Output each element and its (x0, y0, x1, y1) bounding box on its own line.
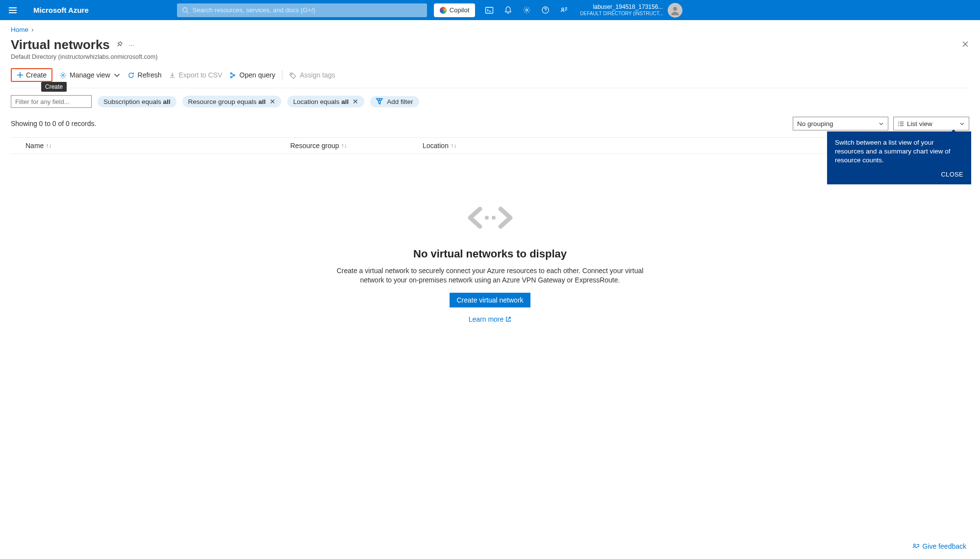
view-value: List view (907, 120, 932, 127)
copilot-label: Copilot (450, 6, 469, 14)
chevron-down-icon (959, 121, 965, 127)
filter-pill-subscription[interactable]: Subscription equals all (98, 96, 176, 107)
filter-input[interactable] (11, 95, 92, 108)
open-query-button[interactable]: Open query (229, 71, 275, 79)
user-account[interactable]: labuser_194518_173156... DEFAULT DIRECTO… (580, 3, 682, 18)
empty-description: Create a virtual network to securely con… (328, 266, 652, 285)
add-filter-button[interactable]: Add filter (370, 96, 419, 107)
search-input[interactable]: Search resources, services, and docs (G+… (177, 3, 427, 17)
create-vnet-button[interactable]: Create virtual network (450, 293, 530, 307)
assign-tags-button[interactable]: Assign tags (289, 71, 335, 79)
notifications-icon[interactable] (503, 6, 512, 15)
create-label: Create (26, 71, 47, 79)
open-query-label: Open query (239, 71, 275, 79)
table-header: Name↑↓ Resource group↑↓ Location↑↓ (11, 137, 969, 154)
separator (282, 71, 282, 79)
empty-state-icon (466, 203, 514, 232)
external-link-icon (505, 316, 511, 322)
chevron-right-icon: › (31, 26, 34, 33)
brand-label[interactable]: Microsoft Azure (33, 6, 89, 14)
assign-tags-label: Assign tags (300, 71, 335, 79)
grouping-value: No grouping (797, 120, 833, 127)
svg-point-23 (492, 216, 496, 220)
svg-point-12 (230, 73, 232, 74)
filter-pill-location[interactable]: Location equals all ✕ (287, 96, 364, 107)
callout-close-button[interactable]: CLOSE (835, 170, 963, 179)
filter-pill-resource-group[interactable]: Resource group equals all ✕ (182, 96, 281, 107)
user-directory-label: DEFAULT DIRECTORY (INSTRUCT... (580, 11, 663, 17)
empty-title: No virtual networks to display (11, 248, 969, 260)
create-button[interactable]: Create (11, 68, 52, 82)
column-location[interactable]: Location↑↓ (423, 142, 521, 150)
topbar-icon-group (485, 6, 568, 15)
page-title: Virtual networks (11, 37, 110, 52)
svg-point-14 (230, 76, 232, 77)
page-subtitle: Default Directory (instructorwhizlabs.on… (11, 53, 969, 60)
remove-filter-icon[interactable]: ✕ (352, 98, 358, 105)
sort-icon: ↑↓ (451, 142, 456, 149)
learn-more-link[interactable]: Learn more (469, 315, 512, 323)
svg-point-3 (526, 9, 528, 11)
user-name-label: labuser_194518_173156... (580, 4, 663, 11)
manage-view-label: Manage view (70, 71, 110, 79)
svg-rect-2 (486, 7, 493, 13)
close-icon[interactable] (961, 40, 969, 50)
column-name[interactable]: Name↑↓ (25, 142, 290, 150)
search-icon (182, 7, 189, 14)
avatar (668, 3, 682, 18)
export-csv-label: Export to CSV (179, 71, 223, 79)
svg-line-1 (186, 11, 188, 13)
chevron-down-icon (113, 72, 121, 79)
more-icon[interactable]: ··· (129, 41, 134, 49)
empty-state: No virtual networks to display Create a … (11, 203, 969, 323)
copilot-icon (440, 7, 447, 14)
breadcrumb-home[interactable]: Home (11, 26, 28, 33)
add-filter-label: Add filter (387, 98, 413, 105)
refresh-label: Refresh (138, 71, 162, 79)
list-view-icon (898, 121, 904, 127)
search-placeholder: Search resources, services, and docs (G+… (193, 6, 315, 14)
breadcrumb: Home › (11, 26, 969, 33)
svg-point-6 (673, 7, 677, 11)
feedback-icon[interactable] (559, 6, 568, 15)
create-tooltip: Create (41, 82, 67, 92)
command-bar: Create Create Manage view Refresh Export… (11, 68, 969, 88)
cloud-shell-icon[interactable] (485, 6, 494, 15)
export-csv-button[interactable]: Export to CSV (169, 71, 223, 79)
view-callout: Switch between a list view of your resou… (827, 131, 971, 184)
filter-bar: Subscription equals all Resource group e… (11, 95, 969, 108)
callout-text: Switch between a list view of your resou… (835, 138, 963, 165)
svg-point-22 (485, 216, 489, 220)
view-select[interactable]: List view (893, 117, 969, 130)
svg-point-11 (62, 74, 64, 76)
svg-point-15 (291, 74, 292, 75)
manage-view-button[interactable]: Manage view (59, 71, 121, 79)
menu-icon[interactable] (6, 3, 20, 17)
help-icon[interactable] (541, 6, 550, 15)
learn-more-label: Learn more (469, 315, 504, 323)
sort-icon: ↑↓ (341, 142, 347, 149)
svg-point-0 (183, 7, 187, 12)
grouping-select[interactable]: No grouping (793, 117, 888, 130)
pin-icon[interactable] (116, 41, 123, 50)
svg-point-5 (561, 8, 563, 10)
svg-point-13 (233, 74, 235, 76)
refresh-button[interactable]: Refresh (127, 71, 162, 79)
records-count: Showing 0 to 0 of 0 records. (11, 120, 96, 127)
sort-icon: ↑↓ (46, 142, 51, 149)
copilot-button[interactable]: Copilot (434, 3, 475, 17)
topbar: Microsoft Azure Search resources, servic… (0, 0, 980, 20)
column-resource-group[interactable]: Resource group↑↓ (290, 142, 423, 150)
settings-icon[interactable] (522, 6, 531, 15)
chevron-down-icon (879, 121, 884, 127)
remove-filter-icon[interactable]: ✕ (270, 98, 276, 105)
